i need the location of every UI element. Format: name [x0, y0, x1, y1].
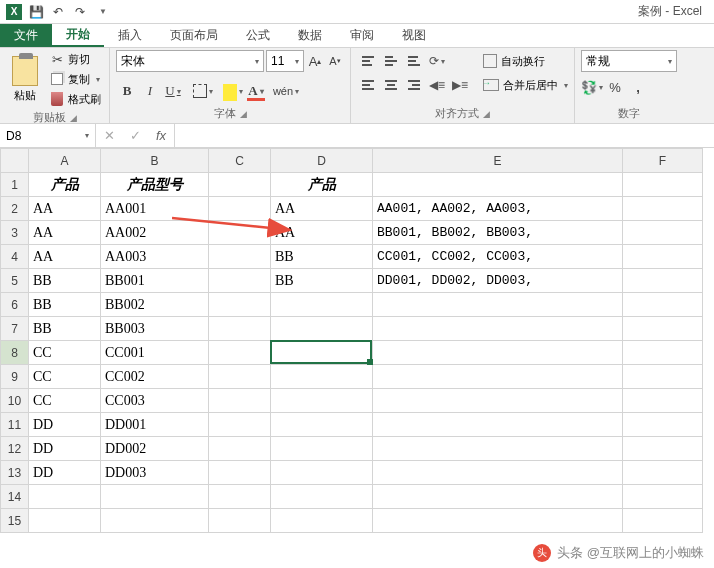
cell-E3[interactable]: BB001, BB002, BB003, [373, 221, 623, 245]
spreadsheet-grid[interactable]: ABCDEF1产品产品型号产品2AAAA001AAAA001, AA002, A… [0, 148, 714, 568]
cell-D3[interactable]: AA [271, 221, 373, 245]
align-right-button[interactable] [403, 74, 425, 96]
cell-C13[interactable] [209, 461, 271, 485]
cell-A15[interactable] [29, 509, 101, 533]
cell-B6[interactable]: BB002 [101, 293, 209, 317]
font-color-button[interactable]: A▾ [245, 80, 267, 102]
row-header-12[interactable]: 12 [1, 437, 29, 461]
row-header-10[interactable]: 10 [1, 389, 29, 413]
cell-E12[interactable] [373, 437, 623, 461]
cell-C8[interactable] [209, 341, 271, 365]
orientation-button[interactable]: ⟳▾ [426, 50, 448, 72]
cell-F14[interactable] [623, 485, 703, 509]
cell-F10[interactable] [623, 389, 703, 413]
phonetic-button[interactable]: wén▾ [275, 80, 297, 102]
cell-D9[interactable] [271, 365, 373, 389]
alignment-launcher-icon[interactable]: ◢ [483, 109, 490, 119]
cell-A3[interactable]: AA [29, 221, 101, 245]
tab-file[interactable]: 文件 [0, 24, 52, 47]
align-left-button[interactable] [357, 74, 379, 96]
select-all-corner[interactable] [1, 149, 29, 173]
cell-A8[interactable]: CC [29, 341, 101, 365]
cell-E13[interactable] [373, 461, 623, 485]
name-box[interactable]: D8▾ [0, 124, 96, 147]
cell-A5[interactable]: BB [29, 269, 101, 293]
fill-color-button[interactable]: ▾ [222, 80, 244, 102]
row-header-7[interactable]: 7 [1, 317, 29, 341]
format-painter-button[interactable]: 格式刷 [48, 90, 103, 108]
row-header-6[interactable]: 6 [1, 293, 29, 317]
cell-A2[interactable]: AA [29, 197, 101, 221]
cell-C11[interactable] [209, 413, 271, 437]
cell-F3[interactable] [623, 221, 703, 245]
cell-F12[interactable] [623, 437, 703, 461]
font-name-selector[interactable]: 宋体▾ [116, 50, 264, 72]
font-launcher-icon[interactable]: ◢ [240, 109, 247, 119]
cell-E15[interactable] [373, 509, 623, 533]
col-header-F[interactable]: F [623, 149, 703, 173]
cell-F2[interactable] [623, 197, 703, 221]
cell-E4[interactable]: CC001, CC002, CC003, [373, 245, 623, 269]
cell-A4[interactable]: AA [29, 245, 101, 269]
cell-A12[interactable]: DD [29, 437, 101, 461]
cell-C1[interactable] [209, 173, 271, 197]
tab-page-layout[interactable]: 页面布局 [156, 24, 232, 47]
cell-B5[interactable]: BB001 [101, 269, 209, 293]
copy-button[interactable]: 复制▾ [48, 70, 103, 88]
cell-F11[interactable] [623, 413, 703, 437]
cell-A10[interactable]: CC [29, 389, 101, 413]
cell-B13[interactable]: DD003 [101, 461, 209, 485]
qat-customize-icon[interactable]: ▼ [92, 3, 112, 21]
row-header-14[interactable]: 14 [1, 485, 29, 509]
cell-B14[interactable] [101, 485, 209, 509]
cell-D8[interactable] [271, 341, 373, 365]
tab-view[interactable]: 视图 [388, 24, 440, 47]
underline-button[interactable]: U▾ [162, 80, 184, 102]
cell-A9[interactable]: CC [29, 365, 101, 389]
cell-C9[interactable] [209, 365, 271, 389]
row-header-3[interactable]: 3 [1, 221, 29, 245]
paste-button[interactable]: 粘贴 [6, 50, 44, 108]
cell-E9[interactable] [373, 365, 623, 389]
cell-D12[interactable] [271, 437, 373, 461]
cell-E10[interactable] [373, 389, 623, 413]
enter-formula-icon[interactable]: ✓ [122, 128, 148, 143]
cell-D2[interactable]: AA [271, 197, 373, 221]
align-bottom-button[interactable] [403, 50, 425, 72]
cell-E7[interactable] [373, 317, 623, 341]
clipboard-launcher-icon[interactable]: ◢ [70, 113, 77, 123]
comma-format-button[interactable]: , [627, 76, 649, 98]
cell-A7[interactable]: BB [29, 317, 101, 341]
tab-insert[interactable]: 插入 [104, 24, 156, 47]
cell-E1[interactable] [373, 173, 623, 197]
cell-C15[interactable] [209, 509, 271, 533]
bold-button[interactable]: B [116, 80, 138, 102]
cell-C7[interactable] [209, 317, 271, 341]
tab-formulas[interactable]: 公式 [232, 24, 284, 47]
cell-E14[interactable] [373, 485, 623, 509]
cell-C12[interactable] [209, 437, 271, 461]
number-format-selector[interactable]: 常规▾ [581, 50, 677, 72]
col-header-A[interactable]: A [29, 149, 101, 173]
cell-A11[interactable]: DD [29, 413, 101, 437]
wrap-text-button[interactable]: 自动换行 [483, 50, 568, 72]
cell-B11[interactable]: DD001 [101, 413, 209, 437]
cell-E8[interactable] [373, 341, 623, 365]
cell-D14[interactable] [271, 485, 373, 509]
cell-B7[interactable]: BB003 [101, 317, 209, 341]
col-header-C[interactable]: C [209, 149, 271, 173]
cell-B15[interactable] [101, 509, 209, 533]
cell-C14[interactable] [209, 485, 271, 509]
cut-button[interactable]: ✂剪切 [48, 50, 103, 68]
redo-icon[interactable]: ↷ [70, 3, 90, 21]
undo-icon[interactable]: ↶ [48, 3, 68, 21]
cell-F15[interactable] [623, 509, 703, 533]
cell-E5[interactable]: DD001, DD002, DD003, [373, 269, 623, 293]
align-middle-button[interactable] [380, 50, 402, 72]
cell-D10[interactable] [271, 389, 373, 413]
row-header-2[interactable]: 2 [1, 197, 29, 221]
cell-D1[interactable]: 产品 [271, 173, 373, 197]
cell-B8[interactable]: CC001 [101, 341, 209, 365]
increase-font-icon[interactable]: A▴ [306, 50, 324, 72]
cell-B10[interactable]: CC003 [101, 389, 209, 413]
